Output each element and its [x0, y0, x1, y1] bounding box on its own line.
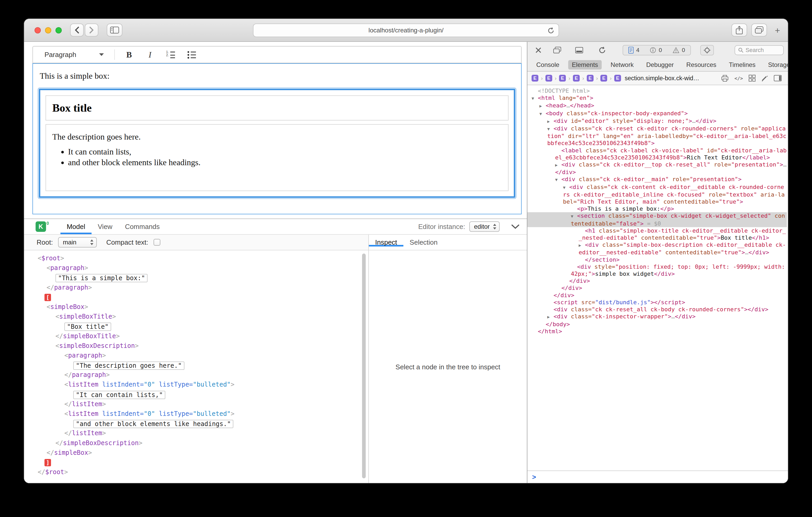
- dom-tree-node[interactable]: <label class="ck ck-label ck-voice-label…: [527, 147, 787, 161]
- dom-tree-node[interactable]: </section>: [527, 256, 787, 263]
- model-tree-line[interactable]: </$root>: [24, 468, 368, 478]
- bulleted-list-button[interactable]: [185, 48, 199, 61]
- dom-tree-node[interactable]: ▼<html lang="en">: [527, 94, 787, 102]
- model-tree-line[interactable]: </listItem>: [24, 429, 368, 439]
- dom-tree-node[interactable]: </div>: [527, 284, 787, 292]
- simple-box-title[interactable]: Box title: [46, 95, 509, 121]
- devtools-tab-debugger[interactable]: Debugger: [642, 60, 677, 69]
- breadcrumb-label[interactable]: section.simple-box.ck-wid…: [625, 75, 699, 82]
- element-picker-button[interactable]: [700, 45, 714, 55]
- dock-side-button[interactable]: [551, 44, 563, 56]
- model-tree-line[interactable]: </simpleBoxDescription>: [24, 439, 368, 449]
- dom-tree-node[interactable]: ▼<div class="ck ck-editor__main" role="p…: [527, 176, 787, 183]
- dock-bottom-button[interactable]: [573, 44, 585, 56]
- ck-tab-view[interactable]: View: [92, 219, 119, 234]
- reload-button[interactable]: [548, 27, 554, 34]
- element-badge[interactable]: E: [573, 75, 580, 82]
- devtools-tab-elements[interactable]: Elements: [568, 60, 602, 69]
- devtools-tab-timelines[interactable]: Timelines: [725, 60, 759, 69]
- bold-button[interactable]: B: [122, 48, 136, 61]
- dom-tree-node[interactable]: ▼<section class="simple-box ck-widget ck…: [527, 212, 787, 227]
- element-badge[interactable]: E: [531, 75, 539, 82]
- element-badge[interactable]: E: [600, 75, 607, 82]
- editor-instance-select[interactable]: editor: [469, 221, 500, 232]
- model-tree-line[interactable]: "This is a simple box:": [24, 274, 368, 283]
- model-tree-line[interactable]: <simpleBoxTitle>: [24, 313, 368, 323]
- details-sidebar-toggle[interactable]: [774, 75, 782, 81]
- dom-tree-node[interactable]: </div>: [527, 292, 787, 299]
- model-tree-line[interactable]: <listItem listIndent="0" listType="bulle…: [24, 381, 368, 391]
- dom-tree-node[interactable]: </body>: [527, 321, 787, 328]
- model-tree-line[interactable]: "Box title": [24, 323, 368, 332]
- devtools-tab-console[interactable]: Console: [532, 60, 563, 69]
- back-button[interactable]: [70, 24, 84, 37]
- model-tree-line[interactable]: ]: [24, 459, 368, 468]
- element-badge[interactable]: E: [587, 75, 593, 82]
- simple-box-widget[interactable]: Box title The description goes here. It …: [39, 89, 515, 198]
- element-badge[interactable]: E: [614, 75, 621, 82]
- share-button[interactable]: [731, 24, 747, 37]
- model-tree-line[interactable]: "and other block elements like headings.…: [24, 420, 368, 429]
- model-tree-line[interactable]: </simpleBoxTitle>: [24, 332, 368, 342]
- numbered-list-button[interactable]: 1.2.: [164, 48, 178, 61]
- devtools-tab-storage[interactable]: Storage: [764, 60, 788, 69]
- resource-count[interactable]: 4: [623, 47, 645, 54]
- model-tree-line[interactable]: <$root>: [24, 254, 368, 264]
- dom-tree-node[interactable]: <h1 class="simple-box-title ck-editor__e…: [527, 227, 787, 241]
- edit-html-button[interactable]: [761, 75, 768, 82]
- dom-tree-node[interactable]: <!DOCTYPE html>: [527, 87, 787, 94]
- close-inspector-button[interactable]: [532, 44, 544, 56]
- model-tree-line[interactable]: <paragraph>: [24, 264, 368, 274]
- show-source-button[interactable]: </>: [734, 75, 743, 81]
- model-tree-line[interactable]: </simpleBox>: [24, 449, 368, 459]
- forward-button[interactable]: [85, 24, 98, 37]
- dom-tree-node[interactable]: ▼<div class="ck ck-reset ck-editor ck-ro…: [527, 125, 787, 147]
- devtools-tab-network[interactable]: Network: [607, 60, 637, 69]
- simple-box-description[interactable]: The description goes here. It can contai…: [46, 124, 509, 191]
- model-tree-line[interactable]: <simpleBox>: [24, 303, 368, 313]
- model-tree-line[interactable]: [: [24, 294, 368, 303]
- dom-tree-node[interactable]: ▶<div id="editor" style="display: none;"…: [527, 117, 787, 125]
- dom-tree-node[interactable]: </html>: [527, 328, 787, 335]
- zoom-window-button[interactable]: [55, 27, 62, 33]
- collapse-inspector-button[interactable]: [511, 224, 520, 229]
- editor-editable[interactable]: This is a simple box: Box title The desc…: [32, 63, 522, 214]
- minimize-window-button[interactable]: [45, 27, 51, 33]
- reload-page-button[interactable]: [597, 44, 608, 56]
- activity-summary[interactable]: 4 0 0: [622, 45, 691, 55]
- paragraph-dropdown[interactable]: Paragraph: [41, 49, 107, 60]
- quick-console[interactable]: >: [527, 470, 788, 483]
- sidebar-toggle-button[interactable]: [107, 24, 122, 37]
- model-tree-line[interactable]: "The description goes here.": [24, 362, 368, 371]
- model-tree-line[interactable]: <listItem listIndent="0" listType="bulle…: [24, 410, 368, 420]
- model-tree-line[interactable]: <simpleBoxDescription>: [24, 342, 368, 352]
- tab-overview-button[interactable]: [751, 24, 767, 37]
- dom-tree-node[interactable]: </div>: [527, 277, 787, 284]
- dom-tree-node[interactable]: ▼<div class="ck ck-content ck-editor__ed…: [527, 183, 787, 206]
- address-bar[interactable]: localhost/creating-a-plugin/: [253, 24, 559, 37]
- dom-tree-node[interactable]: <script src="dist/bundle.js"></script>: [527, 299, 787, 306]
- dom-tree-node[interactable]: <p>This is a simple box:</p>: [527, 205, 787, 212]
- search-input[interactable]: Search: [734, 45, 784, 55]
- model-tree-scrollbar[interactable]: [362, 253, 366, 478]
- ck-tab-commands[interactable]: Commands: [119, 219, 166, 234]
- side-tab-selection[interactable]: Selection: [403, 238, 444, 246]
- model-tree-line[interactable]: </listItem>: [24, 400, 368, 410]
- element-badge[interactable]: E: [559, 75, 566, 82]
- model-tree-line[interactable]: </paragraph>: [24, 284, 368, 294]
- compact-text-checkbox[interactable]: [153, 239, 161, 246]
- close-window-button[interactable]: [34, 27, 41, 33]
- side-tab-inspect[interactable]: Inspect: [369, 238, 403, 246]
- dom-tree-node[interactable]: ▶<head>…</head>: [527, 102, 787, 110]
- devtools-tab-resources[interactable]: Resources: [683, 60, 720, 69]
- element-badge[interactable]: E: [545, 75, 552, 82]
- issues-count[interactable]: 0: [645, 47, 667, 54]
- model-tree-line[interactable]: <paragraph>: [24, 352, 368, 362]
- model-tree-line[interactable]: </paragraph>: [24, 371, 368, 381]
- dom-tree-node[interactable]: <div style="position: fixed; top: 0px; l…: [527, 263, 787, 277]
- dom-tree-node[interactable]: <div class="ck ck-reset_all ck-body ck-r…: [527, 306, 787, 313]
- ck-tab-model[interactable]: Model: [60, 219, 92, 234]
- dom-tree-node[interactable]: ▶<div class="simple-box-description ck-e…: [527, 241, 787, 256]
- dom-tree-node[interactable]: ▶<div class="ck ck-editor__top ck-reset_…: [527, 161, 787, 176]
- root-select[interactable]: main: [58, 237, 97, 247]
